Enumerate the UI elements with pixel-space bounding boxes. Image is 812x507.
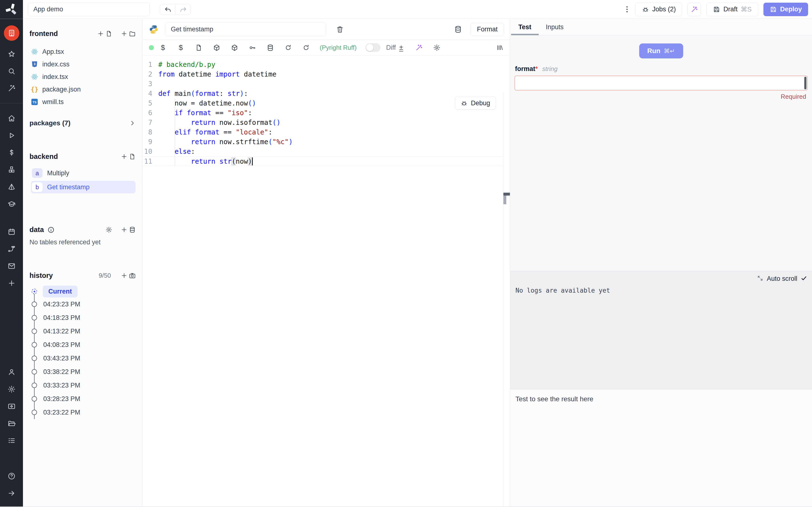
code-line-4[interactable]: 4def main(format: str): — [143, 89, 510, 99]
rail-item-magic-wand[interactable] — [4, 82, 19, 94]
plus-icon — [7, 279, 16, 287]
rail-item-home[interactable] — [4, 113, 19, 124]
code-line-9[interactable]: 9 return now.strftime("%c") — [143, 137, 510, 147]
expand-logs-button[interactable] — [757, 275, 763, 282]
editor-settings-button[interactable] — [433, 44, 441, 52]
redo-button[interactable] — [175, 4, 191, 15]
code-line-8[interactable]: 8 elif format == "locale": — [143, 127, 510, 137]
rail-item-list[interactable] — [4, 435, 19, 446]
rail-item-search[interactable] — [4, 65, 19, 77]
history-entry-row[interactable]: 04:13:22 PM — [23, 325, 142, 338]
gear-icon — [433, 44, 441, 51]
run-button[interactable]: Run ⌘↵ — [639, 44, 683, 58]
rail-item-user[interactable] — [4, 366, 19, 378]
history-entry-row[interactable]: 04:23:23 PM — [23, 297, 142, 311]
scrollbar-thumb[interactable] — [503, 195, 506, 204]
history-entry-row[interactable]: 03:38:22 PM — [23, 365, 142, 379]
code-line-2[interactable]: 2from datetime import datetime — [143, 69, 510, 79]
rail-item-arrow-right[interactable] — [4, 488, 19, 499]
packages-row[interactable]: packages (7) — [30, 117, 136, 129]
add-table-button[interactable] — [120, 226, 136, 233]
package-tool-button[interactable] — [212, 44, 221, 52]
refresh-tool-button[interactable] — [302, 44, 310, 52]
delete-script-button[interactable] — [336, 25, 344, 33]
ai-assistant-button[interactable] — [415, 44, 423, 52]
rail-item-app-building[interactable] — [4, 25, 19, 41]
undo-button[interactable] — [160, 4, 175, 15]
code-text: # backend/b.py — [158, 60, 215, 69]
rail-item-play[interactable] — [4, 130, 19, 141]
file-tool-button[interactable] — [195, 44, 203, 52]
datasources-button[interactable] — [454, 25, 462, 33]
rail-item-prism[interactable] — [4, 181, 19, 193]
history-entry-row[interactable]: 04:08:23 PM — [23, 338, 142, 351]
windmill-logo[interactable] — [5, 3, 18, 16]
auto-scroll-checkbox[interactable] — [801, 275, 807, 282]
rail-item-gear[interactable] — [4, 383, 19, 395]
tab-test[interactable]: Test — [511, 19, 539, 35]
file-row-wmill.ts[interactable]: TSwmill.ts — [23, 96, 142, 108]
file-row-index.css[interactable]: 3index.css — [23, 58, 142, 70]
refresh-tool-button[interactable] — [284, 44, 292, 52]
take-snapshot-button[interactable] — [120, 272, 136, 279]
code-line-1[interactable]: 1# backend/b.py — [143, 60, 510, 69]
history-current-row[interactable]: Current — [23, 285, 142, 297]
rail-item-graduation-cap[interactable] — [4, 198, 19, 210]
package-tool-button[interactable] — [230, 44, 239, 52]
library-button[interactable] — [495, 44, 504, 52]
code-line-6[interactable]: 6 if format == "iso": — [143, 108, 510, 118]
code-line-11[interactable]: 11 return str(now) — [143, 157, 510, 166]
data-settings-button[interactable] — [105, 226, 112, 233]
file-row-index.tsx[interactable]: index.tsx — [23, 70, 142, 83]
diff-plusminus-icon[interactable]: ± — [399, 44, 403, 51]
format-input[interactable] — [515, 76, 807, 90]
add-folder-button[interactable] — [120, 30, 136, 37]
script-row-multiply[interactable]: aMultiply — [31, 167, 136, 179]
database-tool-button[interactable] — [266, 44, 274, 52]
textarea-scrollbar[interactable] — [804, 77, 806, 89]
tab-inputs[interactable]: Inputs — [539, 19, 571, 35]
rail-item-flow[interactable] — [4, 243, 19, 255]
draft-button[interactable]: Draft ⌘S — [706, 3, 758, 16]
history-entry-row[interactable]: 03:23:22 PM — [23, 406, 142, 419]
dollar-icon: $ — [179, 44, 183, 52]
rail-item-dollar[interactable] — [4, 147, 19, 158]
add-file-button[interactable] — [97, 30, 112, 37]
add-script-button[interactable] — [120, 153, 136, 160]
key-tool-button[interactable] — [248, 44, 256, 52]
code-line-3[interactable]: 3 — [143, 79, 510, 89]
code-line-10[interactable]: 10 else: — [143, 147, 510, 157]
app-title-input[interactable] — [28, 3, 150, 16]
history-timeline: Current 04:23:23 PM04:18:23 PM04:13:22 P… — [23, 285, 142, 419]
debug-button[interactable]: Debug — [455, 97, 496, 110]
more-menu-button[interactable] — [624, 4, 630, 14]
format-button[interactable]: Format — [470, 23, 504, 36]
history-entry-row[interactable]: 03:43:23 PM — [23, 351, 142, 365]
rail-item-cubes[interactable] — [4, 164, 19, 175]
rail-item-calendar[interactable] — [4, 226, 19, 237]
checker-label[interactable]: (Pyright Ruff) — [320, 44, 357, 51]
code-area[interactable]: 1# backend/b.py2from datetime import dat… — [143, 56, 510, 507]
rail-item-folder-open[interactable] — [4, 418, 19, 429]
diff-toggle[interactable] — [365, 43, 380, 52]
deploy-button[interactable]: Deploy — [763, 3, 808, 16]
script-name-input[interactable] — [165, 22, 326, 37]
dollar-tool-button[interactable]: $ — [176, 44, 185, 52]
rail-item-star[interactable] — [4, 48, 19, 60]
rail-item-mail[interactable] — [4, 260, 19, 272]
file-row-package.json[interactable]: {}package.json — [23, 83, 142, 96]
jobs-button[interactable]: Jobs (2) — [636, 3, 682, 16]
history-entry-row[interactable]: 04:18:23 PM — [23, 311, 142, 325]
file-row-App.tsx[interactable]: App.tsx — [23, 45, 142, 58]
rail-item-help[interactable] — [4, 470, 19, 482]
code-line-7[interactable]: 7 return now.isoformat() — [143, 118, 510, 127]
history-entry-row[interactable]: 03:28:23 PM — [23, 392, 142, 406]
script-header-row: Format — [143, 19, 510, 40]
editor-scrollbar[interactable] — [503, 92, 510, 507]
ai-wand-button[interactable] — [688, 3, 701, 16]
dollar-tool-button[interactable]: $ — [159, 44, 167, 52]
history-entry-row[interactable]: 03:33:23 PM — [23, 379, 142, 392]
rail-item-plus[interactable] — [4, 277, 19, 289]
script-row-get-timestamp[interactable]: bGet timestamp — [31, 181, 136, 193]
rail-item-worker-card[interactable] — [4, 400, 19, 412]
